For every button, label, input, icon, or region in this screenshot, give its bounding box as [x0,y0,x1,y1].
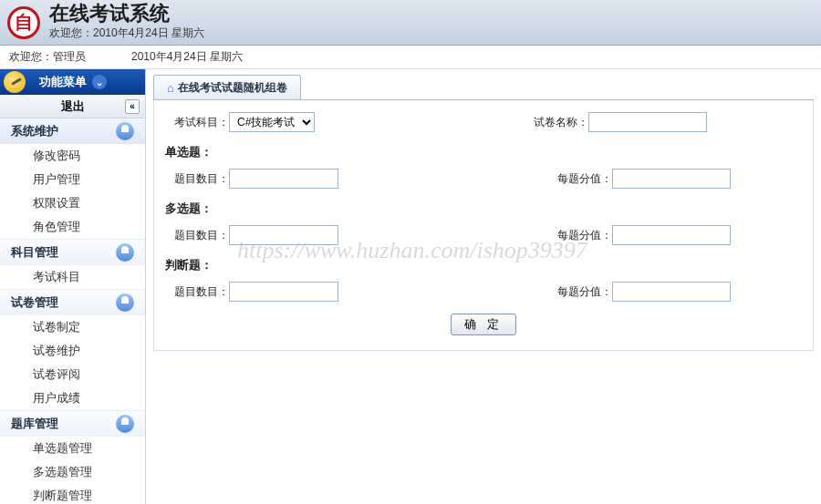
tab-bar: ⌂ 在线考试试题随机组卷 [153,75,814,100]
sidebar: 功能菜单 ⌄ 退出 « 系统维护 修改密码 用户管理 权限设置 角色管理 科目管… [0,69,146,504]
app-subtitle: 欢迎您：2010年4月24日 星期六 [49,26,204,41]
menu-item-multi-q[interactable]: 多选题管理 [0,460,145,484]
user-icon [116,293,134,312]
subject-select[interactable]: C#技能考试 [229,112,315,132]
main-panel: ⌂ 在线考试试题随机组卷 考试科目： C#技能考试 试卷名称： 单选题： 题目数… [146,69,821,504]
single-count-input[interactable] [229,169,338,189]
multi-count-label: 题目数目： [165,228,229,243]
multi-score-input[interactable] [612,225,731,245]
menu-group-title: 系统维护 [11,123,58,139]
paper-name-label: 试卷名称： [525,115,588,130]
menu-group-system: 系统维护 修改密码 用户管理 权限设置 角色管理 [0,118,145,240]
multi-count-input[interactable] [229,225,338,245]
welcome-date: 2010年4月24日 星期六 [131,49,243,65]
menu-group-head-paper[interactable]: 试卷管理 [0,290,145,315]
paper-name-input[interactable] [588,112,707,132]
menu-group-question: 题库管理 单选题管理 多选题管理 判断题管理 [0,411,145,504]
user-icon [116,243,134,262]
collapse-button[interactable]: « [125,99,140,114]
single-count-label: 题目数目： [165,171,229,187]
single-score-input[interactable] [612,169,731,189]
menu-item-user-score[interactable]: 用户成绩 [0,386,145,410]
welcome-bar: 欢迎您：管理员 2010年4月24日 星期六 [0,46,821,69]
welcome-user: 管理员 [53,50,86,63]
home-icon: ⌂ [167,81,174,95]
multi-section: 多选题： [165,197,802,221]
subject-label: 考试科目： [165,115,229,130]
menu-item-judge-q[interactable]: 判断题管理 [0,484,145,504]
single-section: 单选题： [165,140,802,164]
exit-button[interactable]: 退出 « [0,95,145,118]
menu-item-paper-create[interactable]: 试卷制定 [0,315,145,339]
judge-section: 判断题： [165,253,802,277]
welcome-prefix: 欢迎您： [9,50,53,63]
menu-group-head-subject[interactable]: 科目管理 [0,240,145,265]
menu-label: 功能菜单 [39,74,87,90]
menu-item-paper-review[interactable]: 试卷评阅 [0,363,145,386]
menu-item-paper-maintain[interactable]: 试卷维护 [0,339,145,363]
menu-header: 功能菜单 ⌄ [0,69,145,95]
menu-list: 系统维护 修改密码 用户管理 权限设置 角色管理 科目管理 考试科目 试卷管理 [0,118,145,504]
app-title: 在线考试系统 [49,4,204,24]
menu-group-subject: 科目管理 考试科目 [0,240,145,290]
menu-group-title: 试卷管理 [11,294,58,311]
multi-score-label: 每题分值： [548,228,612,243]
menu-item-permission[interactable]: 权限设置 [0,191,145,215]
user-icon [116,122,134,140]
menu-group-paper: 试卷管理 试卷制定 试卷维护 试卷评阅 用户成绩 [0,290,145,411]
judge-count-label: 题目数目： [165,284,229,300]
form-area: 考试科目： C#技能考试 试卷名称： 单选题： 题目数目： 每题分值： 多选题：… [153,100,814,351]
menu-item-change-password[interactable]: 修改密码 [0,144,145,168]
menu-group-head-question[interactable]: 题库管理 [0,411,145,437]
menu-item-exam-subject[interactable]: 考试科目 [0,265,145,289]
logo-glyph: 自 [15,10,33,35]
app-logo: 自 [7,6,40,39]
exit-label: 退出 [61,98,85,115]
menu-group-title: 题库管理 [11,416,58,432]
single-score-label: 每题分值： [548,171,612,187]
user-icon [116,415,134,433]
menu-group-title: 科目管理 [11,244,58,261]
menu-item-role-manage[interactable]: 角色管理 [0,215,145,239]
bell-icon [4,71,26,93]
judge-count-input[interactable] [229,282,338,302]
tab-random-paper[interactable]: ⌂ 在线考试试题随机组卷 [153,75,301,99]
chevron-down-icon[interactable]: ⌄ [92,75,107,89]
app-header: 自 在线考试系统 欢迎您：2010年4月24日 星期六 [0,0,821,46]
tab-title: 在线考试试题随机组卷 [178,80,287,96]
judge-score-label: 每题分值： [548,284,612,300]
judge-score-input[interactable] [612,282,731,302]
menu-item-single-q[interactable]: 单选题管理 [0,437,145,460]
menu-group-head-system[interactable]: 系统维护 [0,118,145,144]
menu-item-user-manage[interactable]: 用户管理 [0,168,145,191]
submit-button[interactable]: 确 定 [451,314,516,335]
